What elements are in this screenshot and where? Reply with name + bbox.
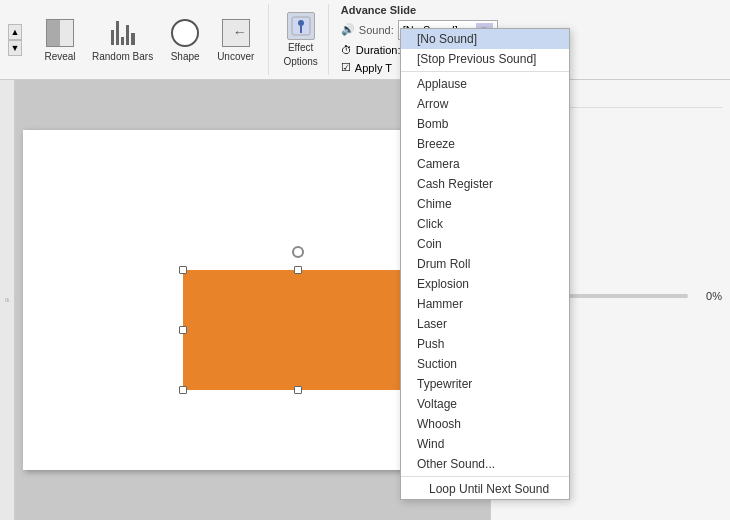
dropdown-item-breeze[interactable]: Breeze — [401, 134, 569, 154]
sound-label: Sound: — [359, 24, 394, 36]
advance-slide-header: Advance Slide — [341, 4, 714, 16]
random-bars-label: Random Bars — [92, 51, 153, 63]
dropdown-item-wind[interactable]: Wind — [401, 434, 569, 454]
effect-options-group: Effect Options — [273, 4, 328, 75]
effect-options-label2: Options — [283, 55, 317, 68]
dropdown-item-no-sound[interactable]: [No Sound] — [401, 29, 569, 49]
scroll-arrows: ▲ ▼ — [8, 4, 22, 75]
shape-icon — [169, 17, 201, 49]
dropdown-item-hammer[interactable]: Hammer — [401, 294, 569, 314]
apply-checkbox-icon: ☑ — [341, 61, 351, 74]
effect-options-label1: Effect — [288, 41, 313, 54]
duration-label: Duration: — [356, 44, 401, 56]
dropdown-item-laser[interactable]: Laser — [401, 314, 569, 334]
dropdown-item-suction[interactable]: Suction — [401, 354, 569, 374]
dropdown-item-cash-register[interactable]: Cash Register — [401, 174, 569, 194]
shape-button[interactable]: Shape — [163, 13, 207, 67]
ribbon-buttons: Reveal Random Bars Sha — [38, 13, 260, 67]
uncover-icon — [220, 17, 252, 49]
random-bars-icon — [107, 17, 139, 49]
dropdown-item-drum-roll[interactable]: Drum Roll — [401, 254, 569, 274]
reveal-button[interactable]: Reveal — [38, 13, 82, 67]
effect-options-button[interactable]: Effect Options — [279, 10, 321, 70]
left-panel-label: e — [3, 298, 12, 302]
dropdown-item-push[interactable]: Push — [401, 334, 569, 354]
dropdown-item-arrow[interactable]: Arrow — [401, 94, 569, 114]
dropdown-item-whoosh[interactable]: Whoosh — [401, 414, 569, 434]
advance-slide-label: Advance Slide — [341, 4, 416, 16]
reveal-label: Reveal — [44, 51, 75, 63]
handle-top-left[interactable] — [179, 266, 187, 274]
transitions-group: Reveal Random Bars Sha — [30, 4, 269, 75]
dropdown-item-click[interactable]: Click — [401, 214, 569, 234]
handle-mid-left[interactable] — [179, 326, 187, 334]
svg-point-1 — [298, 20, 304, 26]
scroll-up-arrow[interactable]: ▲ — [8, 24, 22, 40]
main-area: e ipe ext Options tu — [0, 80, 730, 520]
handle-bot-left[interactable] — [179, 386, 187, 394]
rotate-handle[interactable] — [292, 246, 304, 258]
dropdown-item-stop-prev[interactable]: [Stop Previous Sound] — [401, 49, 569, 69]
sound-icon: 🔊 — [341, 23, 355, 36]
dropdown-item-applause[interactable]: Applause — [401, 74, 569, 94]
dropdown-item-typewriter[interactable]: Typewriter — [401, 374, 569, 394]
effect-options-icon — [287, 12, 315, 40]
dropdown-item-explosion[interactable]: Explosion — [401, 274, 569, 294]
scroll-down-arrow[interactable]: ▼ — [8, 40, 22, 56]
handle-bot-mid[interactable] — [294, 386, 302, 394]
orange-shape[interactable] — [183, 270, 413, 390]
dropdown-item-bomb[interactable]: Bomb — [401, 114, 569, 134]
reveal-icon — [44, 17, 76, 49]
apply-label: Apply T — [355, 62, 392, 74]
left-panel: e — [0, 80, 15, 520]
dropdown-item-chime[interactable]: Chime — [401, 194, 569, 214]
uncover-button[interactable]: Uncover — [211, 13, 260, 67]
handle-top-mid[interactable] — [294, 266, 302, 274]
dropdown-item-voltage[interactable]: Voltage — [401, 394, 569, 414]
dropdown-item-camera[interactable]: Camera — [401, 154, 569, 174]
dropdown-item-coin[interactable]: Coin — [401, 234, 569, 254]
sound-dropdown-menu: [No Sound][Stop Previous Sound]ApplauseA… — [400, 28, 570, 500]
shape-label: Shape — [171, 51, 200, 63]
random-bars-button[interactable]: Random Bars — [86, 13, 159, 67]
duration-icon: ⏱ — [341, 44, 352, 56]
dropdown-item-other-sound[interactable]: Other Sound... — [401, 454, 569, 474]
dropdown-item-loop[interactable]: Loop Until Next Sound — [401, 479, 569, 499]
ribbon: ▲ ▼ Reveal — [0, 0, 730, 80]
transparency-percent: 0% — [694, 290, 722, 302]
uncover-label: Uncover — [217, 51, 254, 63]
